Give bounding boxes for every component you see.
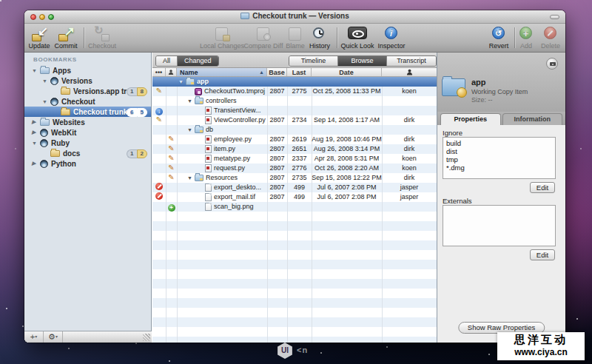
view-segment[interactable]: Browse bbox=[338, 56, 387, 66]
disclosure-triangle[interactable]: ▶ bbox=[32, 161, 40, 166]
column-header-author[interactable] bbox=[382, 68, 437, 76]
commit-button[interactable]: Commit bbox=[53, 25, 79, 50]
column-header-remote-status[interactable] bbox=[166, 68, 177, 76]
file-name: CheckoutTwo.tmproj bbox=[204, 87, 265, 96]
author-cell: koen bbox=[382, 154, 437, 164]
disclosure-triangle[interactable]: ▶ bbox=[32, 119, 40, 125]
add-bookmark-button[interactable]: +▾ bbox=[24, 331, 44, 343]
table-row[interactable]: export_deskto... 2807 499 Jul 6, 2007 2:… bbox=[152, 183, 437, 192]
sidebar-item-icon bbox=[40, 129, 48, 137]
sidebar-item[interactable]: ▼ Checkout bbox=[24, 96, 151, 107]
file-name: metatype.py bbox=[214, 154, 250, 164]
revert-button[interactable]: ↺Revert bbox=[485, 25, 512, 50]
disclosure-triangle[interactable]: ▼ bbox=[187, 173, 195, 183]
blame-button[interactable]: Blame bbox=[282, 25, 309, 50]
column-header-name[interactable]: Name▲ bbox=[177, 68, 267, 76]
author-cell: dirk bbox=[382, 173, 437, 183]
action-gear-button[interactable]: ⚙▾ bbox=[44, 331, 63, 343]
filter-segment[interactable]: Changed bbox=[178, 56, 218, 66]
sidebar-item[interactable]: ▶ Websites bbox=[24, 117, 151, 127]
table-row[interactable]: ✎ metatype.py 2807 2337 Apr 28, 2008 5:3… bbox=[152, 154, 437, 164]
delete-no-entry-icon bbox=[541, 25, 560, 43]
author-person-icon bbox=[406, 69, 413, 75]
edit-externals-button[interactable]: Edit bbox=[530, 249, 555, 260]
sidebar-item[interactable]: ▼ Versions bbox=[24, 75, 151, 86]
table-row[interactable]: + scan_big.png bbox=[152, 202, 437, 212]
name-cell: ViewController.py bbox=[177, 115, 267, 125]
ignore-label: Ignore bbox=[443, 129, 462, 137]
view-segment[interactable]: Transcript bbox=[387, 56, 436, 66]
remote-status-cell: ✎ bbox=[166, 173, 177, 183]
disclosure-triangle[interactable]: ▼ bbox=[32, 68, 40, 73]
checkout-icon bbox=[92, 25, 112, 43]
local-status-cell bbox=[152, 77, 166, 87]
delete-button[interactable]: Delete bbox=[538, 25, 563, 50]
table-row[interactable]: ▼db bbox=[152, 125, 437, 135]
name-cell: ▼controllers bbox=[177, 96, 267, 106]
inspector-button[interactable]: iInspector bbox=[373, 25, 410, 50]
ignore-list[interactable]: build dist tmp *.dmg bbox=[443, 137, 556, 179]
add-button[interactable]: +Add bbox=[516, 25, 536, 50]
view-segment[interactable]: Timeline bbox=[289, 56, 338, 66]
toolbar-toggle-lozenge[interactable] bbox=[550, 15, 559, 19]
edit-ignore-button[interactable]: Edit bbox=[530, 182, 555, 193]
sidebar-item[interactable]: ▶ Python bbox=[24, 158, 151, 169]
sidebar-item-label: Ruby bbox=[51, 139, 70, 147]
sidebar-item[interactable]: Versions.app trunk 18 bbox=[24, 86, 151, 96]
inspector-item-kind: Working Copy Item bbox=[471, 88, 528, 95]
table-row[interactable]: ↓ TransientView... bbox=[152, 106, 437, 115]
column-header-base[interactable]: Base bbox=[267, 68, 287, 76]
name-cell: item.py bbox=[177, 144, 267, 154]
disclosure-triangle[interactable]: ▼ bbox=[187, 96, 195, 106]
sidebar-item[interactable]: docs 12 bbox=[24, 148, 151, 158]
disclosure-triangle[interactable]: ▼ bbox=[32, 141, 40, 146]
table-row[interactable]: ✎ ViewController.py 2807 2734 Sep 14, 20… bbox=[152, 115, 437, 125]
checkout-button[interactable]: Checkout bbox=[84, 25, 120, 50]
author-cell: jasper bbox=[382, 183, 437, 192]
base-revision-cell: 2807 bbox=[267, 192, 287, 202]
file-icon bbox=[186, 78, 195, 85]
table-row[interactable]: ✎ CheckoutTwo.tmproj 2807 2775 Oct 25, 2… bbox=[152, 87, 437, 96]
compare-diff-button[interactable]: Compare Diff bbox=[239, 25, 288, 50]
sidebar-item[interactable]: ▼ Ruby bbox=[24, 138, 151, 148]
table-row[interactable]: ▼controllers bbox=[152, 96, 437, 106]
disclosure-triangle[interactable]: ▼ bbox=[42, 78, 50, 84]
table-row[interactable]: export_mail.tif 2807 499 Jul 6, 2007 2:0… bbox=[152, 192, 437, 202]
update-button[interactable]: Update bbox=[26, 25, 53, 50]
browser-controls-bar: AllChanged TimelineBrowseTranscript bbox=[152, 53, 437, 68]
tab-properties[interactable]: Properties bbox=[440, 113, 501, 125]
author-cell: dirk bbox=[382, 115, 437, 125]
sidebar-item[interactable]: ▼ Apps bbox=[24, 65, 151, 75]
file-icon bbox=[205, 193, 212, 201]
quick-look-button[interactable]: Quick Look bbox=[338, 25, 377, 50]
local-status-icon bbox=[155, 183, 163, 190]
filter-segment[interactable]: All bbox=[156, 56, 178, 66]
table-row[interactable]: ✎ employee.py 2807 2619 Aug 19, 2008 10:… bbox=[152, 135, 437, 144]
remote-status-cell bbox=[166, 106, 177, 115]
column-header-local-status[interactable]: ••• bbox=[152, 68, 166, 76]
resize-grip[interactable] bbox=[143, 334, 150, 341]
camera-icon[interactable] bbox=[546, 58, 558, 70]
sidebar-item[interactable]: Checkout trunk 65 bbox=[24, 107, 151, 117]
last-revision-cell: 499 bbox=[287, 183, 312, 192]
disclosure-triangle[interactable]: ▶ bbox=[32, 129, 40, 135]
externals-list[interactable] bbox=[443, 205, 556, 246]
disclosure-triangle[interactable]: ▼ bbox=[187, 125, 195, 135]
sidebar-item-icon bbox=[40, 160, 48, 168]
table-row[interactable]: ▼app bbox=[152, 77, 437, 87]
column-header-date[interactable]: Date bbox=[312, 68, 382, 76]
sidebar-item[interactable]: ▶ WebKit bbox=[24, 127, 151, 138]
table-row[interactable]: ✎ request.py 2807 2776 Oct 26, 2008 2:20… bbox=[152, 164, 437, 173]
remote-status-cell bbox=[166, 96, 177, 106]
history-button[interactable]: History bbox=[306, 25, 333, 50]
local-status-cell: ↓ bbox=[152, 106, 166, 115]
remote-status-icon: ✎ bbox=[168, 144, 174, 152]
disclosure-triangle[interactable]: ▼ bbox=[178, 77, 186, 87]
tab-information[interactable]: Information bbox=[502, 113, 563, 125]
disclosure-triangle[interactable]: ▼ bbox=[42, 99, 50, 104]
table-row[interactable]: ✎ item.py 2807 2651 Aug 26, 2008 3:14 PM… bbox=[152, 144, 437, 154]
local-status-cell bbox=[152, 164, 166, 173]
titlebar[interactable]: Checkout trunk — Versions bbox=[24, 10, 565, 24]
table-row[interactable]: ✎ ▼Resources 2807 2735 Sep 15, 2008 12:2… bbox=[152, 173, 437, 183]
column-header-last[interactable]: Last bbox=[287, 68, 312, 76]
